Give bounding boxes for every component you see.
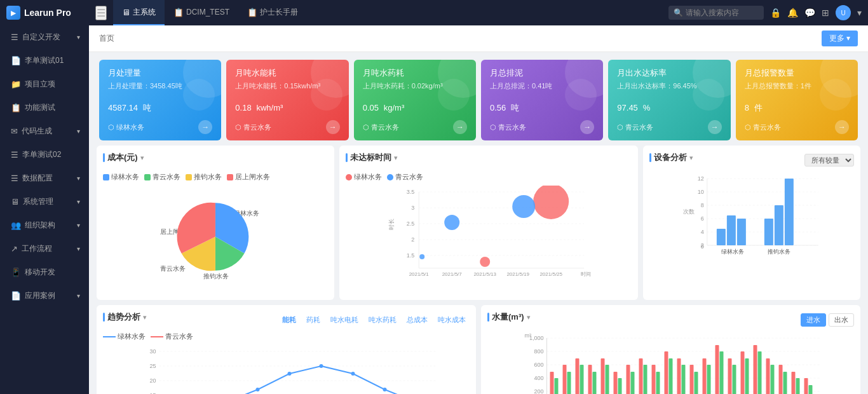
svg-rect-45 xyxy=(737,219,746,245)
cost-chart-legend: 绿林水务 青云水务 推钧水务 居上闸水务 xyxy=(103,172,328,182)
svg-text:时间: 时间 xyxy=(581,271,591,277)
card-alarm-arrow[interactable]: → xyxy=(835,120,849,134)
sidebar-item-cases[interactable]: 📄 应用案例 ▾ xyxy=(0,284,89,308)
svg-rect-127 xyxy=(677,358,681,394)
svg-rect-110 xyxy=(567,372,571,394)
sidebar-icon-custom: ☰ xyxy=(11,32,18,42)
chevron-down-icon[interactable]: ▾ xyxy=(857,8,862,18)
sidebar-label-func: 功能测试 xyxy=(25,102,55,113)
svg-text:4: 4 xyxy=(701,229,704,235)
card-energy-footer: ⬡ 青云水务 → xyxy=(235,120,339,134)
water-btn-out[interactable]: 出水 xyxy=(829,313,854,327)
more-button[interactable]: 更多 ▾ xyxy=(822,31,858,46)
tab-btn-water-medicine[interactable]: 吨水药耗 xyxy=(365,314,400,326)
trend-chart-title: 趋势分析 ▾ xyxy=(103,311,147,323)
tab-main-icon: 🖥 xyxy=(122,8,130,17)
svg-text:12: 12 xyxy=(698,175,704,182)
chevron-codegen: ▾ xyxy=(77,128,80,135)
stat-card-energy: 月吨水能耗 上月吨水能耗：0.15kwh/m³ 0.18 kwh/m³ ⬡ 青云… xyxy=(226,60,348,140)
sidebar-item-func[interactable]: 📋 功能测试 xyxy=(0,96,89,119)
tab-nurse-icon: 📋 xyxy=(247,8,257,17)
bell-icon[interactable]: 🔔 xyxy=(787,8,798,18)
tab-btn-water-cost[interactable]: 吨水成本 xyxy=(434,314,470,326)
bubble-chart-panel: 未达标时间 ▾ 绿林水务 青云水务 xyxy=(339,146,638,300)
card-sludge-arrow[interactable]: → xyxy=(580,120,594,134)
card-sludge-subtitle: 上月总排泥：0.41吨 xyxy=(490,81,594,91)
cost-chart-panel: 成本(元) ▾ 绿林水务 青云水务 推钧水务 xyxy=(97,146,334,300)
card-process-arrow[interactable]: → xyxy=(198,120,212,134)
pie-chart-svg: 居上闸水务 绿林水务 青云水务 推钧水务 xyxy=(103,187,328,286)
grid-icon[interactable]: ⊞ xyxy=(822,8,829,18)
water-btn-in[interactable]: 进水 xyxy=(801,313,826,327)
bubble-legend-1: 青云水务 xyxy=(387,172,423,182)
tab-btn-water-energy[interactable]: 吨水电耗 xyxy=(327,314,362,326)
svg-rect-144 xyxy=(783,372,787,394)
sidebar-item-data[interactable]: ☰ 数据配置 ▾ xyxy=(0,166,89,190)
trend-line-chart-svg: 30 25 20 15 10 5 xyxy=(103,345,470,394)
svg-rect-140 xyxy=(758,351,762,394)
legend-item-3: 居上闸水务 xyxy=(227,172,270,182)
svg-rect-122 xyxy=(644,365,648,394)
sidebar-label-cases: 应用案例 xyxy=(25,290,55,301)
sidebar-label-org: 组织架构 xyxy=(25,220,55,231)
sidebar-item-workflow[interactable]: ↗ 工作流程 ▾ xyxy=(0,237,89,261)
avatar[interactable]: U xyxy=(836,5,851,20)
tab-btn-medicine[interactable]: 药耗 xyxy=(302,314,324,326)
logo: ▶ Learun Pro xyxy=(6,6,95,20)
sidebar-item-custom[interactable]: ☰ 自定义开发 ▾ xyxy=(0,25,89,49)
chat-icon[interactable]: 💬 xyxy=(804,8,815,18)
device-filter-select[interactable]: 所有较量 绿林 青云 xyxy=(804,154,854,166)
svg-text:青云水务: 青云水务 xyxy=(160,264,186,271)
svg-rect-114 xyxy=(593,372,597,394)
svg-rect-138 xyxy=(745,358,749,394)
svg-point-68 xyxy=(288,372,292,376)
svg-rect-148 xyxy=(809,385,813,394)
card-medicine-arrow[interactable]: → xyxy=(453,120,467,134)
sidebar-icon-codegen: ✉ xyxy=(11,126,18,136)
tab-nurse[interactable]: 📋 护士长手册 xyxy=(238,0,307,25)
sidebar-item-codegen[interactable]: ✉ 代码生成 ▾ xyxy=(0,119,89,143)
svg-text:0: 0 xyxy=(701,243,704,250)
tab-dcim-icon: 📋 xyxy=(173,8,184,17)
header-tabs: 🖥 主系统 📋 DCIM_TEST 📋 护士长手册 xyxy=(113,0,668,25)
trend-legend-1: 青云水务 xyxy=(151,332,193,341)
legend-item-2: 推钧水务 xyxy=(186,172,222,182)
cost-chart-title: 成本(元) ▾ xyxy=(103,152,144,163)
water-buttons: 进水 出水 xyxy=(801,313,854,327)
logo-icon: ▶ xyxy=(6,6,20,20)
card-standard-arrow[interactable]: → xyxy=(708,120,722,134)
search-box[interactable]: 🔍 xyxy=(668,6,764,20)
device-bar-chart-svg: 12 10 8 6 4 2 次数 xyxy=(649,172,854,271)
hamburger-button[interactable]: ☰ xyxy=(95,6,107,20)
svg-point-71 xyxy=(383,388,387,391)
sidebar-item-project[interactable]: 📁 项目立项 xyxy=(0,72,89,96)
svg-text:8: 8 xyxy=(701,202,704,208)
tab-dcim[interactable]: 📋 DCIM_TEST xyxy=(165,0,238,25)
sidebar-item-mobile[interactable]: 📱 移动开发 xyxy=(0,261,89,284)
search-icon: 🔍 xyxy=(674,8,683,17)
sidebar: ☰ 自定义开发 ▾ 📄 李单测试01 📁 项目立项 📋 功能测试 xyxy=(0,25,89,394)
tab-main[interactable]: 🖥 主系统 xyxy=(113,0,165,25)
svg-point-23 xyxy=(480,257,490,267)
svg-text:1.5: 1.5 xyxy=(407,252,415,259)
search-input[interactable] xyxy=(686,8,756,17)
sidebar-label-workflow: 工作流程 xyxy=(22,243,52,254)
svg-rect-128 xyxy=(682,365,686,394)
sidebar-item-org[interactable]: 👥 组织架构 ▾ xyxy=(0,214,89,237)
sidebar-item-test01[interactable]: 📄 李单测试01 xyxy=(0,49,89,72)
svg-text:次数: 次数 xyxy=(683,208,695,215)
tab-btn-total-cost[interactable]: 总成本 xyxy=(403,314,431,326)
card-alarm-subtitle: 上月总报警数量：1件 xyxy=(745,81,849,91)
svg-text:600: 600 xyxy=(534,362,543,368)
svg-text:400: 400 xyxy=(534,375,543,381)
svg-rect-134 xyxy=(720,351,724,394)
lock-icon[interactable]: 🔒 xyxy=(770,8,781,18)
sidebar-icon-data: ☰ xyxy=(11,173,18,183)
svg-text:推钧水务: 推钧水务 xyxy=(768,248,790,255)
svg-rect-107 xyxy=(550,372,554,394)
sidebar-item-sysadmin[interactable]: 🖥 系统管理 ▾ xyxy=(0,190,89,214)
tab-btn-energy[interactable]: 能耗 xyxy=(278,314,300,326)
card-energy-arrow[interactable]: → xyxy=(326,120,340,134)
sidebar-item-test02[interactable]: ☰ 李单测试02 xyxy=(0,143,89,166)
chevron-workflow: ▾ xyxy=(77,245,80,252)
